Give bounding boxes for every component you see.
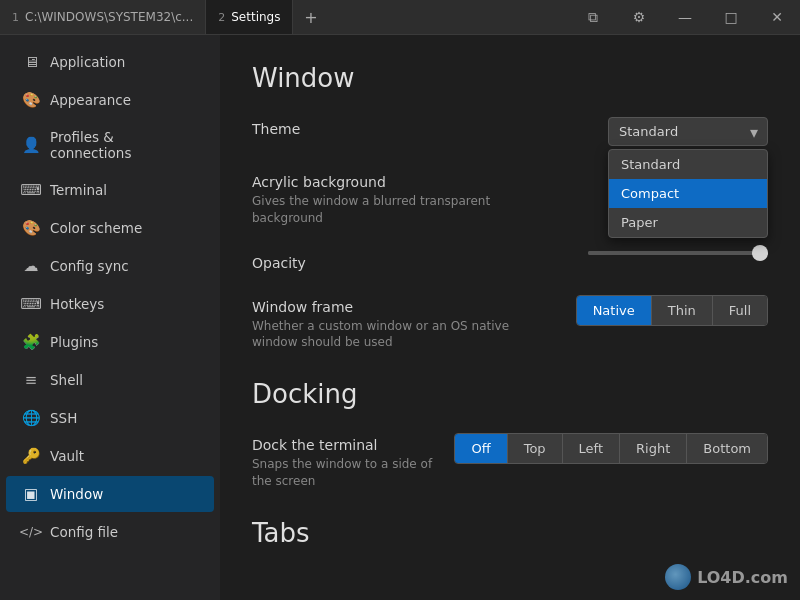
- window-frame-btn-group: Native Thin Full: [576, 295, 768, 326]
- vault-icon: 🔑: [22, 447, 40, 465]
- sidebar-item-ssh[interactable]: 🌐 SSH: [6, 400, 214, 436]
- sidebar-item-config-sync[interactable]: ☁ Config sync: [6, 248, 214, 284]
- sidebar-label-window: Window: [50, 486, 103, 502]
- sidebar-label-ssh: SSH: [50, 410, 77, 426]
- dock-bottom-button[interactable]: Bottom: [687, 434, 767, 463]
- watermark: LO4D.com: [665, 564, 788, 590]
- theme-dropdown-popup: Standard Compact Paper: [608, 149, 768, 238]
- title-bar-actions: ⧉ ⚙ — □ ✕: [570, 0, 800, 34]
- close-button[interactable]: ✕: [754, 0, 800, 34]
- opacity-slider-track[interactable]: [588, 251, 768, 255]
- sidebar-item-plugins[interactable]: 🧩 Plugins: [6, 324, 214, 360]
- dock-terminal-row: Dock the terminal Snaps the window to a …: [252, 433, 768, 490]
- config-file-icon: </>: [22, 523, 40, 541]
- window-section-title: Window: [252, 63, 768, 93]
- theme-dropdown[interactable]: Standard: [608, 117, 768, 146]
- sidebar: 🖥 Application 🎨 Appearance 👤 Profiles & …: [0, 35, 220, 600]
- close-icon: ✕: [771, 9, 783, 25]
- window-icon: ▣: [22, 485, 40, 503]
- window-frame-desc: Whether a custom window or an OS native …: [252, 318, 532, 352]
- sidebar-item-terminal[interactable]: ⌨ Terminal: [6, 172, 214, 208]
- plus-icon: +: [304, 8, 317, 27]
- new-tab-button[interactable]: +: [293, 0, 328, 34]
- window-frame-native-button[interactable]: Native: [577, 296, 652, 325]
- dock-terminal-label: Dock the terminal: [252, 433, 438, 453]
- dock-off-button[interactable]: Off: [455, 434, 507, 463]
- tab2-label: Settings: [231, 10, 280, 24]
- theme-option-compact[interactable]: Compact: [609, 179, 767, 208]
- sidebar-label-vault: Vault: [50, 448, 84, 464]
- docking-section-title: Docking: [252, 379, 768, 409]
- sidebar-item-vault[interactable]: 🔑 Vault: [6, 438, 214, 474]
- content-area: Window Theme Standard Standard Compact P…: [220, 35, 800, 600]
- sidebar-label-hotkeys: Hotkeys: [50, 296, 104, 312]
- sidebar-label-profiles: Profiles & connections: [50, 129, 198, 161]
- config-sync-icon: ☁: [22, 257, 40, 275]
- opacity-slider-fill: [588, 251, 768, 255]
- sidebar-label-plugins: Plugins: [50, 334, 98, 350]
- window-frame-full-button[interactable]: Full: [713, 296, 767, 325]
- gear-icon: ⚙: [633, 9, 646, 25]
- watermark-text: LO4D.com: [697, 568, 788, 587]
- maximize-button[interactable]: □: [708, 0, 754, 34]
- restore-button[interactable]: ⧉: [570, 0, 616, 34]
- sidebar-item-color-scheme[interactable]: 🎨 Color scheme: [6, 210, 214, 246]
- terminal-icon: ⌨: [22, 181, 40, 199]
- dock-right-button[interactable]: Right: [620, 434, 687, 463]
- dock-terminal-btn-group: Off Top Left Right Bottom: [454, 433, 768, 464]
- sidebar-label-config-sync: Config sync: [50, 258, 129, 274]
- tab-1[interactable]: 1 C:\WINDOWS\SYSTEM32\c...: [0, 0, 206, 34]
- shell-icon: ≡: [22, 371, 40, 389]
- minimize-icon: —: [678, 9, 692, 25]
- theme-label: Theme: [252, 117, 592, 137]
- sidebar-item-window[interactable]: ▣ Window: [6, 476, 214, 512]
- sidebar-item-config-file[interactable]: </> Config file: [6, 514, 214, 550]
- acrylic-bg-desc: Gives the window a blurred transparent b…: [252, 193, 532, 227]
- sidebar-item-shell[interactable]: ≡ Shell: [6, 362, 214, 398]
- sidebar-item-appearance[interactable]: 🎨 Appearance: [6, 82, 214, 118]
- tab-2[interactable]: 2 Settings: [206, 0, 293, 34]
- sidebar-item-profiles[interactable]: 👤 Profiles & connections: [6, 120, 214, 170]
- dock-top-button[interactable]: Top: [508, 434, 563, 463]
- opacity-row: Opacity: [252, 251, 768, 271]
- minimize-button[interactable]: —: [662, 0, 708, 34]
- sidebar-label-appearance: Appearance: [50, 92, 131, 108]
- tab2-number: 2: [218, 11, 225, 24]
- dock-left-button[interactable]: Left: [563, 434, 620, 463]
- color-scheme-icon: 🎨: [22, 219, 40, 237]
- restore-icon: ⧉: [588, 9, 598, 26]
- theme-current-value: Standard: [619, 124, 678, 139]
- opacity-label: Opacity: [252, 251, 572, 271]
- sidebar-item-application[interactable]: 🖥 Application: [6, 44, 214, 80]
- maximize-icon: □: [724, 9, 737, 25]
- sidebar-label-color-scheme: Color scheme: [50, 220, 142, 236]
- sidebar-item-hotkeys[interactable]: ⌨ Hotkeys: [6, 286, 214, 322]
- settings-button[interactable]: ⚙: [616, 0, 662, 34]
- window-frame-row: Window frame Whether a custom window or …: [252, 295, 768, 352]
- watermark-logo: [665, 564, 691, 590]
- tab1-number: 1: [12, 11, 19, 24]
- sidebar-label-terminal: Terminal: [50, 182, 107, 198]
- sidebar-label-config-file: Config file: [50, 524, 118, 540]
- dock-terminal-desc: Snaps the window to a side of the screen: [252, 456, 438, 490]
- hotkeys-icon: ⌨: [22, 295, 40, 313]
- theme-dropdown-wrapper[interactable]: Standard Standard Compact Paper: [608, 117, 768, 146]
- profiles-icon: 👤: [22, 136, 40, 154]
- window-frame-label: Window frame: [252, 295, 560, 315]
- theme-option-paper[interactable]: Paper: [609, 208, 767, 237]
- theme-option-standard[interactable]: Standard: [609, 150, 767, 179]
- application-icon: 🖥: [22, 53, 40, 71]
- window-frame-thin-button[interactable]: Thin: [652, 296, 713, 325]
- tabs-section-title: Tabs: [252, 518, 768, 548]
- theme-row: Theme Standard Standard Compact Paper: [252, 117, 768, 146]
- ssh-icon: 🌐: [22, 409, 40, 427]
- tab1-label: C:\WINDOWS\SYSTEM32\c...: [25, 10, 193, 24]
- sidebar-label-shell: Shell: [50, 372, 83, 388]
- appearance-icon: 🎨: [22, 91, 40, 109]
- opacity-slider-thumb[interactable]: [752, 245, 768, 261]
- main-layout: 🖥 Application 🎨 Appearance 👤 Profiles & …: [0, 35, 800, 600]
- sidebar-label-application: Application: [50, 54, 125, 70]
- plugins-icon: 🧩: [22, 333, 40, 351]
- title-bar: 1 C:\WINDOWS\SYSTEM32\c... 2 Settings + …: [0, 0, 800, 35]
